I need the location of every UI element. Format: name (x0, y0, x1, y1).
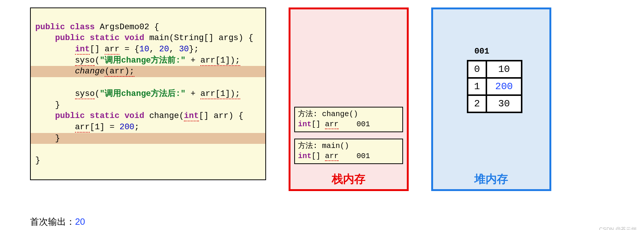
watermark: CSDN @苍云烟 (599, 226, 636, 230)
kw-class: class (70, 22, 95, 32)
change-call: change (75, 67, 105, 76)
frame-addr: 001 (357, 120, 370, 128)
output-text: 首次输出：20 (30, 216, 266, 228)
output-value: 20 (75, 217, 85, 227)
param-int: int (184, 111, 199, 121)
arr-v2: 30 (179, 45, 189, 54)
plus-1: + (185, 56, 200, 65)
frame-arr: arr (325, 120, 339, 129)
left-column: public class ArgsDemo02 { public static … (30, 7, 266, 228)
frame-addr: 001 (357, 152, 370, 160)
arr-v0: 10 (139, 45, 149, 54)
semi: ; (134, 122, 139, 132)
param-rest: [] arr) { (199, 111, 244, 121)
arr-decl-pre: [] (90, 45, 105, 54)
kw-void: void (125, 33, 144, 43)
heap-address: 001 (474, 47, 489, 56)
str-before: "调用change方法前:" (100, 56, 186, 65)
kw-public: public (55, 111, 85, 121)
heap-array-table: 010 1200 230 (467, 60, 522, 113)
arr-decl-post: = { (119, 45, 139, 54)
arr-v1: 20 (159, 45, 169, 54)
heap-idx-1: 1 (468, 78, 486, 95)
assign-val: 200 (119, 122, 134, 132)
frame-arr: arr (325, 152, 339, 161)
stack-memory: 方法: change() int[] arr 001 方法: main() in… (289, 7, 409, 191)
kw-void: void (125, 111, 144, 121)
str-after: "调用change方法后:" (100, 89, 186, 99)
stack-label: 栈内存 (290, 172, 407, 187)
heap-val-1: 200 (486, 78, 522, 95)
code-block: public class ArgsDemo02 { public static … (30, 7, 266, 180)
heap-val-2: 30 (486, 95, 522, 112)
plus-2: + (185, 89, 200, 99)
kw-public: public (55, 33, 85, 43)
change-arg: (arr); (105, 67, 134, 77)
syso-2: syso (75, 89, 95, 99)
heap-idx-0: 0 (468, 61, 486, 78)
main-sig: main(String[] args) { (149, 33, 253, 43)
output-label: 首次输出： (30, 217, 75, 227)
stack-frame-main: 方法: main() int[] arr 001 (294, 139, 403, 164)
frame-int: int (298, 120, 311, 128)
diagram-layout: public class ArgsDemo02 { public static … (30, 7, 614, 228)
frame-rest: [] (311, 120, 325, 128)
arr-idx-2: arr[1]); (200, 89, 240, 99)
kw-static: static (90, 111, 119, 121)
frame-rest: [] (311, 152, 325, 160)
heap-idx-2: 2 (468, 95, 486, 112)
syso-1: syso (75, 56, 95, 66)
heap-memory: 001 010 1200 230 堆内存 (431, 7, 551, 191)
kw-int: int (75, 45, 90, 55)
kw-public: public (35, 22, 65, 32)
frame-int: int (298, 152, 311, 160)
arr-name: arr (105, 45, 120, 55)
frame-title: 方法: main() (298, 141, 399, 151)
heap-val-0: 10 (486, 61, 522, 78)
assign-idx: [1] = (90, 122, 119, 132)
kw-static: static (90, 33, 119, 43)
frame-title: 方法: change() (298, 109, 399, 119)
arr-idx-1: arr[1]); (200, 56, 240, 66)
stack-frame-change: 方法: change() int[] arr 001 (294, 107, 403, 132)
heap-label: 堆内存 (433, 172, 549, 187)
change-sig: change( (149, 111, 184, 121)
assign-lhs: arr (75, 122, 90, 133)
class-name: ArgsDemo02 (100, 22, 149, 32)
